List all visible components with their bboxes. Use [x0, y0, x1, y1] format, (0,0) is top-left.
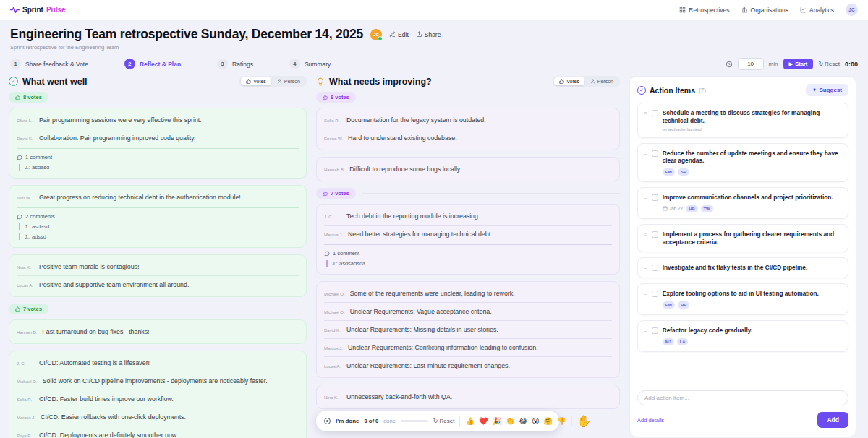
feedback-card[interactable]: Hannah B.Difficult to reproduce some bug… [316, 157, 620, 181]
sort-votes-label: Votes [253, 79, 266, 84]
drag-handle-icon[interactable]: = [644, 150, 647, 157]
needs-improving-title: What needs improving? [329, 77, 432, 87]
column-needs-improving: What needs improving? Votes Person 8 vot… [316, 76, 620, 416]
action-item[interactable]: = Improve communication channels and pro… [637, 187, 848, 219]
entry-author: David K. [324, 328, 341, 332]
reset-done-button[interactable]: ↻Reset [433, 418, 455, 424]
timer-elapsed: 0:00 [845, 61, 858, 68]
nav-analytics[interactable]: Analytics [800, 7, 834, 14]
action-checkbox[interactable] [652, 231, 658, 238]
vote-count-badge: 7 votes [9, 304, 48, 314]
heart-emoji[interactable]: ❤️ [479, 418, 488, 425]
reset-icon: ↻ [433, 418, 438, 424]
drag-handle-icon[interactable]: = [644, 264, 647, 271]
nav-organisations[interactable]: Organisations [741, 7, 788, 14]
suggest-button[interactable]: ✦Suggest [806, 84, 848, 96]
vote-count-badge: 7 votes [316, 188, 356, 199]
feedback-card[interactable]: Sofia R.Documentation for the legacy sys… [316, 108, 620, 150]
app-logo[interactable]: SprintPulse [10, 6, 66, 14]
entry-text: CI/CD: Easier rollbacks with one-click d… [41, 413, 186, 421]
action-checkbox[interactable] [652, 150, 658, 157]
clap-emoji[interactable]: 👏 [506, 418, 514, 425]
timer-minutes-input[interactable] [738, 58, 764, 70]
vote-count-badge: 8 votes [316, 92, 356, 103]
action-checkbox[interactable] [652, 291, 658, 297]
feedback-card[interactable]: Olivia L.Pair programming sessions were … [9, 108, 307, 179]
surprised-emoji[interactable]: 😮 [532, 418, 539, 425]
thumbs-up-emoji[interactable]: 👍 [465, 418, 474, 425]
entry-text: Unclear Requirements: Conflicting inform… [348, 344, 538, 351]
raised-hand-emoji[interactable]: ✋ [577, 416, 592, 427]
sort-votes-button[interactable]: Votes [554, 77, 584, 85]
drag-handle-icon[interactable]: = [644, 231, 647, 238]
step-1-number: 1 [10, 59, 21, 69]
improving-sort-toggle: Votes Person [553, 76, 620, 87]
action-item[interactable]: = Implement a process for gathering clea… [637, 224, 848, 253]
im-done-button[interactable]: I'm done [336, 418, 359, 424]
step-reflect-plan[interactable]: 2 Reflect & Plan [124, 59, 181, 69]
action-items-panel: ✓ Action Items (7) ✦Suggest = Schedule a… [629, 76, 856, 437]
add-action-button[interactable]: Add [817, 412, 848, 428]
owner-avatar[interactable]: JC [370, 29, 382, 40]
step-summary[interactable]: 4 Summary [289, 59, 331, 69]
entry-text: Fast turnaround on bug fixes - thanks! [42, 328, 149, 335]
sparkle-icon: ✦ [812, 87, 817, 93]
drag-handle-icon[interactable]: = [644, 290, 647, 297]
add-details-link[interactable]: Add details [637, 417, 664, 424]
share-button[interactable]: Share [416, 31, 441, 38]
action-checkbox[interactable] [652, 110, 658, 116]
action-checkbox[interactable] [652, 265, 658, 271]
comment-icon [324, 251, 330, 257]
feedback-card[interactable]: Michael O.Some of the requirements were … [316, 281, 620, 378]
feedback-card[interactable]: Tom W.Great progress on reducing technic… [9, 185, 307, 248]
party-emoji[interactable]: 🎉 [492, 418, 501, 425]
comment-count: 2 comments [25, 213, 55, 220]
entry-author: J. C. [324, 215, 341, 219]
chart-icon [800, 7, 807, 13]
hug-emoji[interactable]: 🤗 [544, 418, 553, 425]
feedback-card[interactable]: J. C.Tech debt in the reporting module i… [316, 204, 620, 275]
step-share-feedback[interactable]: 1 Share feedback & Vote [10, 59, 88, 69]
action-item[interactable]: = Refactor legacy code gradually. MJ LA [637, 320, 848, 352]
edit-button[interactable]: Edit [389, 31, 409, 38]
feedback-card[interactable]: Nina K.Positive team morale is contagiou… [9, 254, 307, 297]
drag-handle-icon[interactable]: = [644, 327, 647, 334]
drag-handle-icon[interactable]: = [644, 109, 647, 116]
entry-author: Nina K. [17, 265, 34, 270]
feedback-card[interactable]: Hannah B.Fast turnaround on bug fixes - … [9, 319, 307, 344]
action-title: Implement a process for gathering cleare… [663, 231, 842, 246]
nav-organisations-label: Organisations [751, 7, 788, 14]
sort-person-button[interactable]: Person [272, 77, 305, 85]
user-avatar[interactable]: JC [846, 4, 858, 16]
feedback-card[interactable]: J. C.CI/CD: Automated testing is a lifes… [9, 351, 307, 438]
step-connector [260, 64, 283, 64]
step-3-label: Ratings [232, 61, 253, 68]
emoji-reactions: 👍 ❤️ 🎉 👏 😂 😮 🤗 👎 [465, 418, 566, 425]
thumbs-down-emoji[interactable]: 👎 [557, 418, 566, 425]
entry-author: David K. [17, 137, 34, 141]
action-item[interactable]: = Reduce the number of update meetings a… [637, 143, 848, 183]
feedback-card[interactable]: Nina K.Unnecessary back-and-forth with Q… [316, 385, 620, 409]
thumbs-up-icon [246, 79, 251, 84]
check-circle-icon: ✓ [9, 77, 18, 86]
nav-retrospectives[interactable]: Retrospectives [679, 7, 729, 14]
step-ratings[interactable]: 3 Ratings [217, 59, 253, 69]
action-checkbox[interactable] [652, 327, 658, 334]
start-timer-button[interactable]: ▶Start [783, 59, 814, 69]
sort-votes-button[interactable]: Votes [241, 77, 271, 85]
laugh-emoji[interactable]: 😂 [519, 418, 527, 425]
entry-text: CI/CD: Automated testing is a lifesaver! [39, 359, 150, 366]
entry-text: Collaboration: Pair programming improved… [39, 134, 195, 142]
action-item[interactable]: = Schedule a meeting to discuss strategi… [637, 103, 848, 138]
sort-person-label: Person [597, 79, 613, 84]
reset-timer-button[interactable]: ↻Reset [818, 61, 840, 67]
entry-text: Pair programming sessions were very effe… [39, 116, 202, 124]
action-item[interactable]: = Explore tooling options to aid in UI t… [637, 283, 848, 315]
comment-quote: J.: asdasd [19, 223, 299, 230]
add-action-item-input[interactable] [637, 390, 848, 405]
drag-handle-icon[interactable]: = [644, 194, 647, 201]
action-checkbox[interactable] [652, 194, 658, 201]
action-items-title: Action Items [650, 86, 695, 95]
action-item[interactable]: = Investigate and fix flaky tests in the… [637, 257, 848, 278]
sort-person-button[interactable]: Person [585, 77, 618, 85]
